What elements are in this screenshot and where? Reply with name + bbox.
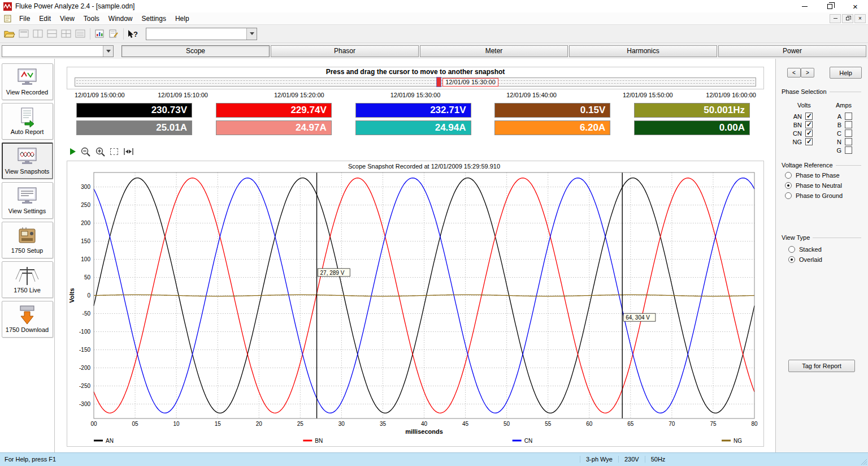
tag-for-report-button[interactable]: Tag for Report — [788, 360, 855, 372]
view-dropdown-button[interactable] — [103, 46, 113, 57]
tab-meter[interactable]: Meter — [420, 45, 568, 57]
layout-grid-icon — [61, 29, 71, 38]
sidebar-item-view-settings[interactable]: View Settings — [2, 182, 53, 219]
sidebar-item-label: Auto Report — [11, 128, 44, 135]
view-select-dropdown[interactable] — [2, 45, 114, 57]
current-readout-g: 0.00A — [634, 120, 750, 135]
open-file-button[interactable] — [3, 27, 16, 41]
minimize-button[interactable] — [792, 0, 817, 12]
prev-snapshot-button[interactable]: < — [787, 68, 801, 77]
voltage-readout-ng: 0.15V — [494, 103, 610, 118]
volts-ng-checkbox[interactable] — [805, 138, 813, 145]
zoom-in-button[interactable] — [96, 147, 105, 157]
report-table-button[interactable] — [73, 27, 87, 41]
readout-group-an: 230.73V 25.01A — [76, 103, 192, 135]
phase-to-neutral-option[interactable]: Phase to Neutral — [785, 182, 842, 189]
stacked-option[interactable]: Stacked — [788, 246, 822, 253]
phase-to-phase-radio[interactable] — [785, 172, 792, 179]
close-button[interactable]: × — [843, 0, 868, 12]
phase-to-ground-radio[interactable] — [785, 192, 792, 199]
chart-report-button[interactable] — [93, 27, 106, 41]
scope-chart[interactable]: 300250200150100500-50-100-150-200-250-30… — [67, 161, 763, 446]
group-rule — [813, 238, 861, 238]
cursor-tool-button[interactable] — [123, 148, 134, 156]
volts-cn-checkbox[interactable] — [805, 130, 813, 137]
stacked-radio[interactable] — [788, 246, 795, 253]
sidebar-item-view-recorded[interactable]: View Recorded — [2, 63, 53, 100]
phase-to-ground-option[interactable]: Phase to Ground — [785, 192, 843, 199]
overlaid-radio[interactable] — [788, 256, 795, 263]
layout-single-button[interactable] — [17, 27, 31, 41]
zoom-out-button[interactable] — [81, 147, 90, 157]
amps-g-checkbox[interactable] — [845, 146, 852, 154]
readout-group-cn: 232.71V 24.94A — [355, 103, 471, 135]
toolbar-combobox[interactable] — [146, 28, 257, 40]
edit-report-button[interactable] — [107, 27, 120, 41]
svg-text:65: 65 — [627, 421, 634, 427]
amps-c-checkbox[interactable] — [845, 130, 852, 137]
menu-tools[interactable]: Tools — [79, 14, 104, 24]
phase-to-phase-option[interactable]: Phase to Phase — [785, 172, 840, 179]
tab-power[interactable]: Power — [718, 45, 866, 57]
menu-edit[interactable]: Edit — [34, 14, 55, 24]
restore-button[interactable] — [817, 0, 843, 12]
phase-selection-group: Phase Selection — [782, 88, 864, 95]
timeline-cursor[interactable] — [436, 77, 441, 87]
resize-grip[interactable] — [860, 458, 867, 465]
view-type-title: View Type — [782, 234, 810, 241]
layout-grid-button[interactable] — [59, 27, 73, 41]
menu-view[interactable]: View — [55, 14, 79, 24]
amps-n-checkbox[interactable] — [845, 138, 852, 145]
svg-text:40: 40 — [421, 421, 428, 427]
tab-phasor[interactable]: Phasor — [271, 45, 419, 57]
document-icon[interactable] — [3, 15, 12, 23]
amps-a-checkbox[interactable] — [845, 113, 852, 120]
child-minimize-button[interactable] — [830, 14, 841, 23]
snapshot-timeline-track[interactable]: 12/01/09 15:30:00 — [75, 77, 756, 87]
tab-scope[interactable]: Scope — [121, 45, 270, 57]
sidebar-item-1750-download[interactable]: 1750 Download — [2, 301, 53, 338]
view-type-group: View Type — [782, 234, 864, 241]
volts-an-checkbox[interactable] — [805, 113, 813, 120]
combobox-dropdown-button[interactable] — [246, 28, 257, 40]
play-button[interactable] — [70, 148, 76, 155]
volts-bn-checkbox[interactable] — [805, 121, 813, 128]
stacked-label: Stacked — [799, 246, 822, 253]
phase-to-neutral-radio[interactable] — [785, 182, 792, 189]
svg-text:-300: -300 — [79, 401, 90, 407]
menu-help[interactable]: Help — [171, 14, 194, 24]
help-button[interactable]: Help — [830, 67, 862, 79]
child-restore-button[interactable] — [842, 14, 853, 23]
sidebar-item-label: 1750 Setup — [11, 247, 43, 254]
child-close-button[interactable]: × — [854, 14, 866, 23]
sidebar-item-label: 1750 Live — [14, 287, 41, 294]
amps-b-checkbox[interactable] — [845, 121, 852, 128]
svg-text:-200: -200 — [79, 365, 90, 371]
phase-selection-title: Phase Selection — [782, 88, 827, 95]
chart-toolbar — [70, 145, 134, 158]
layout-hsplit-button[interactable] — [45, 27, 59, 41]
minimize-icon — [802, 6, 808, 7]
layout-vsplit-button[interactable] — [31, 27, 45, 41]
readout-group-ng: 0.15V 6.20A — [494, 103, 610, 135]
svg-text:200: 200 — [81, 220, 90, 226]
sidebar-item-1750-live[interactable]: 1750 Live — [2, 261, 53, 298]
context-help-button[interactable]: ? — [126, 27, 140, 41]
menu-window[interactable]: Window — [104, 14, 137, 24]
zoom-box-button[interactable] — [110, 148, 118, 155]
tab-harmonics[interactable]: Harmonics — [569, 45, 717, 57]
sidebar-item-1750-setup[interactable]: 1750 Setup — [2, 222, 53, 258]
sidebar-item-auto-report[interactable]: Auto Report — [2, 103, 53, 140]
menu-settings[interactable]: Settings — [137, 14, 171, 24]
svg-text:0: 0 — [87, 292, 90, 299]
svg-text:NG: NG — [734, 438, 742, 444]
menu-file[interactable]: File — [15, 14, 34, 24]
sidebar-item-view-snapshots[interactable]: View Snapshots — [2, 143, 53, 179]
overlaid-option[interactable]: Overlaid — [788, 256, 822, 263]
timeline-labels: 12/01/09 15:00:00 12/01/09 15:10:00 12/0… — [67, 92, 764, 100]
next-snapshot-button[interactable]: > — [801, 68, 814, 77]
svg-text:?: ? — [133, 30, 138, 38]
sidebar-item-label: 1750 Download — [6, 326, 49, 333]
svg-text:50: 50 — [504, 421, 510, 427]
svg-text:75: 75 — [710, 421, 717, 427]
